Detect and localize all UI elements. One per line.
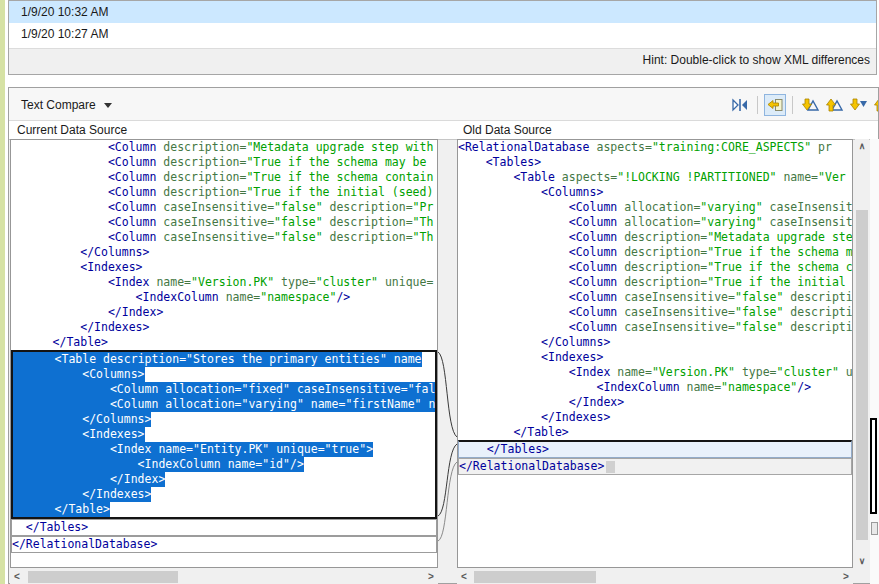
code-line[interactable]: <Index name="Version.PK" type="cluster" … (458, 365, 852, 380)
copy-all-right-to-left-button[interactable] (764, 94, 786, 116)
previous-change-icon (872, 97, 879, 113)
left-horizontal-scrollbar[interactable]: < > (10, 570, 438, 584)
code-line[interactable]: <Tables> (458, 155, 852, 170)
code-line[interactable]: </Index> (13, 472, 435, 487)
left-pane-title: Current Data Source (17, 123, 127, 137)
scroll-up-icon[interactable]: ∧ (855, 139, 869, 153)
diff-connector-gap (438, 139, 457, 568)
code-line[interactable]: <Columns> (13, 367, 435, 382)
other-diff-marker[interactable] (871, 522, 878, 535)
next-difference-button[interactable] (799, 94, 821, 116)
diff-frame-black: <Table description="Stores the primary e… (11, 350, 437, 519)
next-difference-icon (800, 97, 820, 113)
code-line[interactable]: </Table> (11, 335, 437, 350)
code-line[interactable]: </Index> (11, 305, 437, 320)
right-code-pane[interactable]: <RelationalDatabase aspects="training:CO… (457, 139, 853, 568)
code-line[interactable]: <IndexColumn name="namespace"/> (458, 380, 852, 395)
left-edge-strip (0, 0, 5, 584)
right-hscrollbar-thumb[interactable] (474, 571, 596, 583)
vertical-scrollbar-thumb[interactable] (856, 210, 868, 540)
code-line[interactable]: </Columns> (11, 245, 437, 260)
code-line[interactable]: </Columns> (13, 412, 435, 427)
hint-bar: Hint: Double-click to show XML differenc… (9, 48, 876, 74)
code-line[interactable]: <Column allocation="varying" name="first… (13, 397, 435, 412)
code-line[interactable]: </Table> (458, 425, 852, 440)
next-change-button[interactable] (847, 94, 869, 116)
code-line[interactable]: </Tables> (12, 520, 436, 535)
code-line[interactable]: <Column caseInsensitive="false" descript… (458, 305, 852, 320)
vertical-scrollbar[interactable]: ∧ ∨ (855, 139, 869, 568)
code-line[interactable]: <Column description="Metadata upgrade st… (11, 140, 437, 155)
selection-remnant-block (606, 461, 615, 473)
code-line[interactable]: <Column description="True if the schema … (458, 245, 852, 260)
code-line[interactable]: </Tables> (459, 442, 851, 457)
history-row[interactable]: 1/9/20 10:27 AM (9, 23, 876, 45)
code-line[interactable]: </Index> (458, 395, 852, 410)
code-line[interactable]: <Index name="Entity.PK" unique="true"> (13, 442, 435, 457)
code-line[interactable]: <Column allocation="varying" caseInsensi… (458, 215, 852, 230)
right-pane-title: Old Data Source (463, 123, 552, 137)
code-line[interactable]: </Indexes> (458, 410, 852, 425)
history-panel: 1/9/20 10:32 AM1/9/20 10:27 AM Hint: Dou… (8, 0, 877, 75)
swap-left-right-button[interactable] (729, 94, 751, 116)
right-horizontal-scrollbar[interactable]: < > (457, 570, 853, 584)
compare-mode-dropdown[interactable]: Text Compare (21, 95, 112, 115)
code-line[interactable]: </RelationalDatabase> (12, 537, 436, 552)
code-line[interactable]: <Columns> (458, 185, 852, 200)
pane-headers: Current Data Source Old Data Source (9, 121, 878, 140)
code-line[interactable]: <Column caseInsensitive="false" descript… (11, 230, 437, 245)
history-list[interactable]: 1/9/20 10:32 AM1/9/20 10:27 AM (9, 1, 876, 45)
code-line[interactable]: </RelationalDatabase> (459, 459, 851, 474)
code-line[interactable]: </Indexes> (11, 320, 437, 335)
scroll-right-icon[interactable]: > (839, 570, 853, 584)
code-line[interactable]: <Column description="True if the schema … (458, 260, 852, 275)
toolbar-separator (792, 96, 793, 114)
scroll-left-icon[interactable]: < (10, 570, 24, 584)
current-diff-marker[interactable] (870, 418, 877, 514)
next-change-icon (848, 97, 868, 113)
left-code-pane[interactable]: <Column description="Metadata upgrade st… (10, 139, 438, 568)
left-code-content: <Column description="Metadata upgrade st… (11, 140, 437, 553)
code-line[interactable]: </Indexes> (13, 487, 435, 502)
previous-difference-button[interactable] (823, 94, 845, 116)
code-line[interactable]: <Table aspects="!LOCKING !PARTITIONED" n… (458, 170, 852, 185)
code-line[interactable]: <Column caseInsensitive="false" descript… (458, 320, 852, 335)
swap-left-right-icon (730, 97, 750, 113)
compare-toolbar: Text Compare (9, 88, 878, 121)
right-code-content: <RelationalDatabase aspects="training:CO… (458, 140, 852, 475)
scroll-right-icon[interactable]: > (424, 570, 438, 584)
code-line[interactable]: <Indexes> (13, 427, 435, 442)
code-line[interactable]: <Column caseInsensitive="false" descript… (458, 290, 852, 305)
diff-connector-lines (438, 139, 457, 568)
code-line[interactable]: <Column caseInsensitive="false" descript… (11, 200, 437, 215)
history-row[interactable]: 1/9/20 10:32 AM (9, 1, 876, 23)
scroll-left-icon[interactable]: < (457, 570, 471, 584)
code-line[interactable]: <Column description="True if the initial… (11, 185, 437, 200)
compare-mode-label: Text Compare (21, 98, 96, 112)
code-line[interactable]: <Column description="Metadata upgrade st… (458, 230, 852, 245)
diff-frame-gray: </Tables> (11, 519, 437, 536)
code-line[interactable]: <Column description="True if the schema … (11, 155, 437, 170)
code-line[interactable]: <Column description="True if the schema … (11, 170, 437, 185)
code-line[interactable]: <Indexes> (11, 260, 437, 275)
copy-all-right-to-left-icon (767, 98, 783, 112)
code-line[interactable]: <RelationalDatabase aspects="training:CO… (458, 140, 852, 155)
scroll-down-icon[interactable]: ∨ (855, 554, 869, 568)
code-line[interactable]: <Column allocation="fixed" caseInsensiti… (13, 382, 435, 397)
code-line[interactable]: </Columns> (458, 335, 852, 350)
diff-frame-grayfill: </RelationalDatabase> (458, 458, 852, 475)
code-line[interactable]: <Column caseInsensitive="false" descript… (11, 215, 437, 230)
code-line[interactable]: <Indexes> (458, 350, 852, 365)
chevron-down-icon (104, 103, 112, 108)
diff-frame-blue: </Tables> (458, 440, 852, 458)
compare-toolbar-icons (728, 92, 879, 118)
left-hscrollbar-thumb[interactable] (28, 571, 178, 583)
code-line[interactable]: <IndexColumn name="id"/> (13, 457, 435, 472)
code-line[interactable]: <Column description="True if the initial… (458, 275, 852, 290)
code-line[interactable]: <Table description="Stores the primary e… (13, 352, 435, 367)
code-line[interactable]: <Column allocation="varying" caseInsensi… (458, 200, 852, 215)
code-line[interactable]: </Table> (13, 502, 435, 517)
code-line[interactable]: <IndexColumn name="namespace"/> (11, 290, 437, 305)
previous-change-button[interactable] (871, 94, 879, 116)
code-line[interactable]: <Index name="Version.PK" type="cluster" … (11, 275, 437, 290)
